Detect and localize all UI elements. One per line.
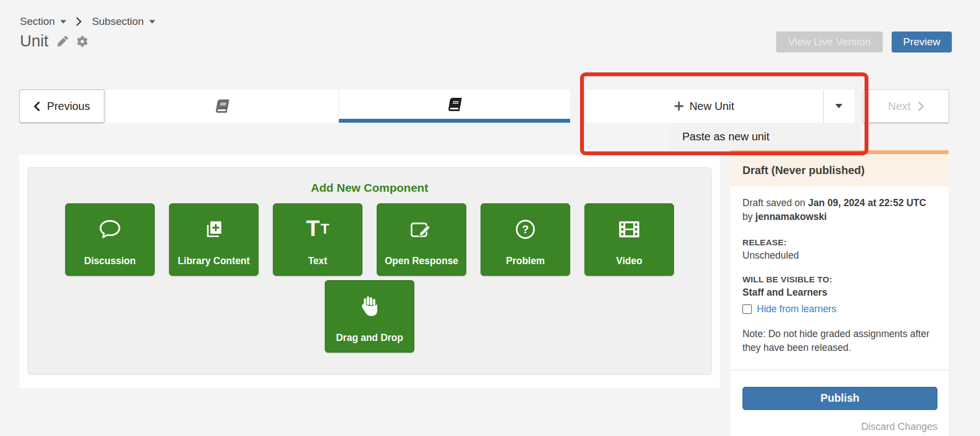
draft-saved-line: Draft saved on Jan 09, 2024 at 22:52 UTC… xyxy=(742,196,935,224)
unit-settings-button[interactable] xyxy=(77,36,88,47)
draft-status-accent-bar xyxy=(730,150,949,154)
next-unit-button[interactable]: Next xyxy=(863,90,949,123)
new-unit-button[interactable]: New Unit xyxy=(586,90,823,123)
unit-navigation-bar: Previous New Unit Next xyxy=(0,90,980,123)
add-problem-button[interactable]: ? Problem xyxy=(481,203,570,276)
unit-title-row: Unit xyxy=(20,32,88,50)
edit-title-button[interactable] xyxy=(57,36,68,46)
add-text-button[interactable]: TT Text xyxy=(273,203,362,276)
saved-user: jennamakowski xyxy=(755,211,826,222)
breadcrumb-section[interactable]: Section xyxy=(20,15,66,28)
breadcrumb-subsection-label: Subsection xyxy=(92,15,144,28)
plus-icon xyxy=(675,102,683,111)
pencil-icon xyxy=(57,36,68,46)
component-label: Video xyxy=(616,255,642,267)
hide-from-learners-label[interactable]: Hide from learners xyxy=(757,303,836,315)
component-label: Discussion xyxy=(84,255,135,267)
publish-actions: Publish Discard Changes xyxy=(730,370,949,433)
chevron-left-icon xyxy=(34,102,40,111)
new-unit-label: New Unit xyxy=(689,100,734,113)
paste-as-new-unit-menu-item[interactable]: Paste as new unit xyxy=(668,123,860,151)
svg-text:?: ? xyxy=(522,223,529,235)
saved-datetime: Jan 09, 2024 at 22:52 UTC xyxy=(808,197,926,208)
visibility-note: Note: Do not hide graded assignments aft… xyxy=(742,327,935,355)
component-label: Text xyxy=(308,255,328,267)
preview-button[interactable]: Preview xyxy=(892,31,952,52)
component-label: Open Response xyxy=(384,255,458,267)
gear-icon xyxy=(77,36,88,47)
library-content-icon xyxy=(204,217,224,241)
text-icon: TT xyxy=(306,217,329,241)
unit-tab-2-active[interactable] xyxy=(339,90,570,123)
previous-label: Previous xyxy=(47,100,90,113)
breadcrumb-section-label: Section xyxy=(20,15,55,28)
breadcrumb: Section Subsection xyxy=(20,15,155,28)
add-library-content-button[interactable]: Library Content xyxy=(169,203,259,276)
caret-down-icon xyxy=(835,104,842,108)
publish-sidebar: Draft (Never published) Draft saved on J… xyxy=(730,150,949,436)
chevron-down-icon xyxy=(149,20,155,24)
add-open-response-button[interactable]: Open Response xyxy=(377,203,466,276)
view-live-version-button[interactable]: View Live Version xyxy=(776,31,883,52)
breadcrumb-separator-icon xyxy=(76,17,82,26)
release-label: RELEASE: xyxy=(742,238,935,248)
chevron-right-icon xyxy=(918,102,924,111)
next-label: Next xyxy=(888,100,910,113)
breadcrumb-subsection[interactable]: Subsection xyxy=(92,15,155,28)
release-value: Unscheduled xyxy=(742,250,935,261)
discard-changes-link[interactable]: Discard Changes xyxy=(742,421,937,433)
studio-unit-page: Section Subsection Unit View Live Versio… xyxy=(0,0,980,436)
component-button-row-2: Drag and Drop xyxy=(28,280,711,353)
publish-button[interactable]: Publish xyxy=(742,387,937,410)
add-component-title: Add New Component xyxy=(28,181,711,195)
component-button-row: Discussion Library Content TT Text xyxy=(28,203,711,276)
component-label: Drag and Drop xyxy=(336,332,403,344)
drag-and-drop-icon xyxy=(361,294,378,318)
book-icon xyxy=(447,98,461,111)
hide-from-learners-row[interactable]: Hide from learners xyxy=(742,303,935,315)
component-label: Problem xyxy=(506,255,545,267)
saved-connector: by xyxy=(742,211,752,222)
open-response-icon xyxy=(410,217,433,241)
video-icon xyxy=(618,217,640,241)
draft-status-header: Draft (Never published) xyxy=(730,154,949,186)
paste-as-new-unit-label: Paste as new unit xyxy=(682,130,770,143)
saved-prefix: Draft saved on xyxy=(742,197,805,208)
add-video-button[interactable]: Video xyxy=(584,203,674,276)
unit-content-area: Add New Component Discussion Library Con… xyxy=(19,155,720,388)
new-unit-dropdown-toggle[interactable] xyxy=(823,90,854,123)
add-drag-and-drop-button[interactable]: Drag and Drop xyxy=(325,280,414,353)
unit-tab-1[interactable] xyxy=(107,90,338,123)
previous-unit-button[interactable]: Previous xyxy=(19,90,104,123)
add-discussion-button[interactable]: Discussion xyxy=(65,203,155,276)
visibility-label: WILL BE VISIBLE TO: xyxy=(742,275,935,285)
discussion-icon xyxy=(99,217,121,241)
visibility-value: Staff and Learners xyxy=(742,287,935,298)
add-component-panel: Add New Component Discussion Library Con… xyxy=(28,167,712,375)
book-icon xyxy=(215,99,229,113)
hide-from-learners-checkbox[interactable] xyxy=(742,304,752,314)
page-title: Unit xyxy=(20,32,49,50)
draft-details: Draft saved on Jan 09, 2024 at 22:52 UTC… xyxy=(730,186,949,355)
chevron-down-icon xyxy=(60,20,66,24)
header-actions: View Live Version Preview xyxy=(776,31,952,52)
problem-icon: ? xyxy=(515,217,536,241)
component-label: Library Content xyxy=(178,255,250,267)
